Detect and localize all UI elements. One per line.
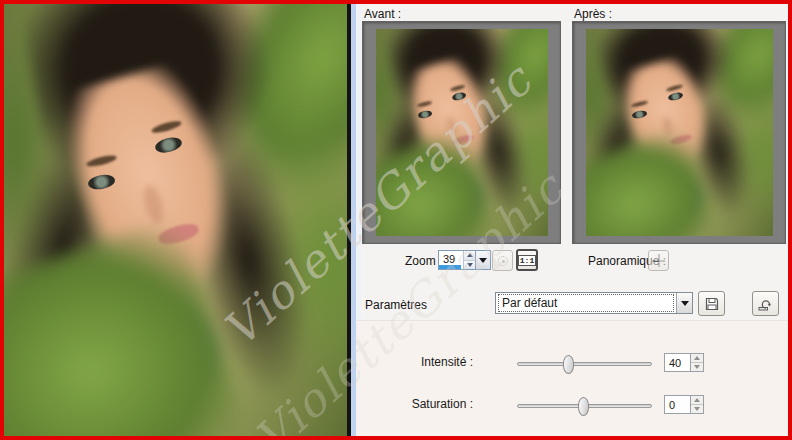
- chevron-down-icon: [681, 301, 689, 306]
- presets-selected-option: Par défaut: [498, 294, 674, 312]
- intensity-slider-track[interactable]: [517, 362, 652, 366]
- intensity-slider-thumb[interactable]: [563, 355, 574, 374]
- saturation-spin-down-button[interactable]: [691, 404, 703, 413]
- screenshot-frame: Avant : Après : Zoom : 39: [0, 0, 792, 440]
- zoom-dropdown-button[interactable]: [476, 250, 491, 270]
- intensity-value-box[interactable]: 40: [664, 353, 704, 372]
- saturation-value-input[interactable]: 0: [664, 395, 691, 414]
- intensity-value-input[interactable]: 40: [664, 353, 691, 372]
- zoom-spin-down-button[interactable]: [464, 260, 475, 270]
- proportional-zoom-button: [492, 250, 513, 271]
- zoom-spin-up-button[interactable]: [464, 251, 475, 260]
- reset-arrow-icon: [757, 296, 774, 312]
- intensity-label: Intensité :: [365, 355, 473, 369]
- zoom-value-spinner[interactable]: 39: [438, 250, 476, 270]
- saturation-value-box[interactable]: 0: [664, 395, 704, 414]
- presets-dropdown-arrow[interactable]: [676, 293, 692, 313]
- dotted-circle-icon: [498, 256, 508, 266]
- presets-dropdown[interactable]: Par défaut: [495, 292, 693, 314]
- zoom-progress-bar: [439, 265, 461, 269]
- main-canvas-photo: [4, 4, 347, 436]
- intensity-slider[interactable]: [517, 355, 652, 374]
- saturation-spin-up-button[interactable]: [691, 396, 703, 404]
- chevron-down-icon: [479, 258, 487, 263]
- portrait-photo: [4, 4, 347, 436]
- reset-to-default-button[interactable]: [752, 291, 779, 316]
- after-label: Après :: [574, 7, 612, 21]
- pan-button: [648, 250, 669, 271]
- presets-label: Paramètres: [365, 298, 427, 312]
- intensity-spin-down-button[interactable]: [691, 362, 703, 371]
- adjustment-dialog: Avant : Après : Zoom : 39: [351, 4, 788, 436]
- save-preset-button[interactable]: [698, 291, 725, 316]
- saturation-slider-thumb[interactable]: [578, 397, 589, 416]
- after-preview-image: [586, 29, 773, 236]
- saturation-label: Saturation :: [365, 397, 473, 411]
- floppy-disk-icon: [704, 296, 720, 312]
- move-cross-icon: [652, 254, 665, 267]
- intensity-spin-up-button[interactable]: [691, 354, 703, 362]
- zoom-label: Zoom :: [405, 254, 442, 268]
- actual-size-button[interactable]: 1:1: [516, 249, 538, 271]
- before-preview-pane[interactable]: [362, 21, 561, 244]
- saturation-slider[interactable]: [517, 397, 652, 416]
- after-preview-pane[interactable]: [572, 21, 786, 244]
- dialog-lower-band: [357, 320, 788, 436]
- one-to-one-icon: 1:1: [518, 255, 536, 266]
- before-preview-image: [376, 29, 548, 236]
- before-label: Avant :: [364, 7, 401, 21]
